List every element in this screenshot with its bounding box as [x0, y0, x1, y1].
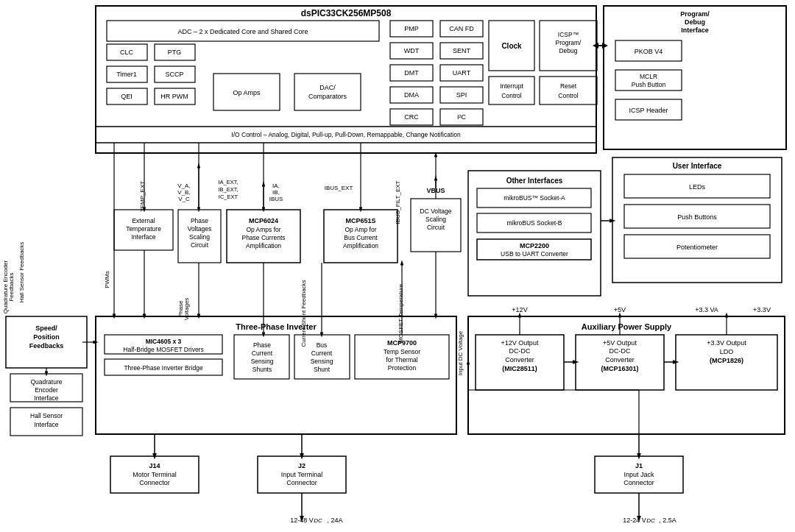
- svg-rect-50: [540, 77, 597, 104]
- svg-text:Circuit: Circuit: [427, 224, 445, 231]
- svg-text:Interface: Interface: [131, 233, 155, 241]
- svg-text:DC-DC: DC-DC: [509, 347, 531, 355]
- svg-text:PTG: PTG: [168, 49, 182, 56]
- svg-text:Potentiometer: Potentiometer: [676, 244, 718, 251]
- svg-text:12-24 V: 12-24 V: [623, 517, 646, 524]
- svg-text:I²C: I²C: [457, 113, 466, 121]
- svg-text:Current: Current: [311, 350, 333, 357]
- svg-text:Timer1: Timer1: [116, 71, 137, 78]
- svg-text:Phase: Phase: [191, 217, 208, 224]
- svg-text:ADC – 2 x Dedicated Core and S: ADC – 2 x Dedicated Core and Shared Core: [177, 28, 308, 35]
- svg-text:QEI: QEI: [121, 93, 132, 100]
- svg-text:DC Voltage: DC Voltage: [420, 208, 452, 215]
- svg-text:MCP6024: MCP6024: [249, 217, 278, 224]
- svg-text:J2: J2: [298, 462, 305, 469]
- svg-text:J14: J14: [149, 462, 160, 469]
- svg-text:MCLR: MCLR: [640, 73, 657, 80]
- svg-text:ICSP Header: ICSP Header: [629, 107, 668, 114]
- svg-text:Scaling: Scaling: [425, 216, 446, 223]
- svg-text:+5V Output: +5V Output: [603, 339, 637, 347]
- svg-text:+12V: +12V: [512, 306, 527, 313]
- svg-text:Debug: Debug: [685, 18, 705, 26]
- svg-text:Auxiliary Power Supply: Auxiliary Power Supply: [582, 322, 672, 331]
- svg-text:Amplification: Amplification: [343, 242, 378, 249]
- svg-text:Half-Bridge MOSFET Drivers: Half-Bridge MOSFET Drivers: [123, 346, 203, 353]
- svg-text:WDT: WDT: [404, 47, 420, 54]
- svg-text:Phase: Phase: [253, 341, 271, 349]
- svg-text:Debug: Debug: [559, 47, 577, 54]
- svg-rect-18: [294, 74, 361, 110]
- svg-text:Bus Current: Bus Current: [344, 234, 378, 241]
- svg-text:Interface: Interface: [34, 421, 58, 428]
- svg-text:Connector: Connector: [623, 479, 654, 486]
- svg-text:DC: DC: [314, 517, 322, 524]
- svg-text:, 2.5A: , 2.5A: [659, 517, 676, 524]
- svg-text:MOSFET Temperature: MOSFET Temperature: [398, 283, 404, 343]
- svg-text:Hall Sensor: Hall Sensor: [30, 412, 63, 419]
- svg-text:SCCP: SCCP: [165, 71, 183, 78]
- svg-text:(MCP16301): (MCP16301): [601, 365, 638, 372]
- svg-text:Op Amps for: Op Amps for: [246, 226, 280, 233]
- svg-text:Clock: Clock: [501, 42, 522, 50]
- svg-rect-47: [489, 77, 534, 104]
- svg-text:Three-Phase Inverter Bridge: Three-Phase Inverter Bridge: [124, 364, 203, 372]
- svg-text:mikroBUS™ Socket-A: mikroBUS™ Socket-A: [504, 194, 565, 202]
- svg-text:DC: DC: [646, 517, 655, 524]
- svg-text:SENT: SENT: [453, 47, 471, 54]
- svg-text:mikroBUS Socket-B: mikroBUS Socket-B: [506, 219, 562, 227]
- svg-text:Quadrature: Quadrature: [31, 378, 63, 386]
- svg-text:for Thermal: for Thermal: [386, 356, 417, 363]
- svg-text:(MCP1826): (MCP1826): [710, 357, 743, 364]
- svg-text:+3.3 VA: +3.3 VA: [695, 306, 718, 313]
- svg-text:SPI: SPI: [456, 91, 467, 99]
- svg-text:Scaling: Scaling: [189, 233, 210, 241]
- svg-text:MCP2200: MCP2200: [520, 242, 549, 249]
- svg-text:Reset: Reset: [560, 82, 577, 90]
- svg-text:Current: Current: [252, 350, 273, 357]
- diagram: dsPIC33CK256MP508 ADC – 2 x Dedicated Co…: [0, 0, 795, 532]
- svg-text:Other Interfaces: Other Interfaces: [506, 177, 563, 185]
- svg-text:Encoder: Encoder: [35, 386, 58, 394]
- svg-text:Position: Position: [33, 333, 60, 341]
- svg-text:External: External: [132, 217, 155, 224]
- svg-text:USB to UART Converter: USB to UART Converter: [501, 250, 568, 258]
- svg-text:CAN FD: CAN FD: [449, 25, 474, 32]
- svg-text:Input Terminal: Input Terminal: [281, 471, 322, 478]
- svg-text:Motor Terminal: Motor Terminal: [132, 471, 176, 478]
- svg-text:TEMP_EXT: TEMP_EXT: [139, 181, 146, 212]
- svg-text:PKOB V4: PKOB V4: [635, 48, 663, 55]
- svg-text:Interface: Interface: [681, 26, 709, 34]
- svg-text:Converter: Converter: [505, 356, 534, 363]
- svg-text:HR PWM: HR PWM: [160, 93, 188, 100]
- svg-text:IA_EXT,: IA_EXT,: [218, 179, 238, 185]
- svg-text:IBUS_FILT_EXT: IBUS_FILT_EXT: [395, 180, 401, 224]
- svg-text:DMA: DMA: [404, 91, 419, 99]
- svg-text:Bus: Bus: [317, 341, 328, 349]
- svg-text:Push Button: Push Button: [632, 81, 666, 88]
- svg-text:Protection: Protection: [388, 364, 417, 372]
- svg-text:Program/: Program/: [556, 39, 582, 46]
- svg-text:IB,: IB,: [272, 189, 280, 196]
- svg-text:Comparators: Comparators: [308, 93, 347, 100]
- svg-marker-62: [602, 43, 608, 49]
- svg-text:Converter: Converter: [605, 356, 635, 363]
- svg-text:CLC: CLC: [120, 49, 134, 56]
- svg-text:Push Buttons: Push Buttons: [677, 213, 717, 221]
- svg-text:Voltages: Voltages: [188, 225, 212, 233]
- svg-text:dsPIC33CK256MP508: dsPIC33CK256MP508: [301, 8, 392, 18]
- svg-text:(MIC28511): (MIC28511): [502, 365, 537, 372]
- svg-text:MCP651S: MCP651S: [345, 217, 375, 224]
- svg-text:DAC/: DAC/: [319, 84, 336, 91]
- svg-text:Connector: Connector: [286, 479, 317, 486]
- svg-text:+3.3V Output: +3.3V Output: [707, 339, 746, 347]
- svg-text:V_B,: V_B,: [177, 189, 190, 196]
- svg-text:MIC4605 x 3: MIC4605 x 3: [146, 338, 182, 345]
- svg-text:Temperature: Temperature: [126, 225, 161, 233]
- svg-text:+5V: +5V: [614, 306, 626, 313]
- svg-text:Control: Control: [501, 92, 522, 99]
- svg-text:LEDs: LEDs: [689, 183, 706, 191]
- svg-text:Voltages: Voltages: [183, 298, 190, 321]
- svg-text:Feedbacks: Feedbacks: [8, 272, 15, 301]
- svg-text:Sensing: Sensing: [251, 358, 274, 365]
- svg-rect-71: [468, 171, 601, 296]
